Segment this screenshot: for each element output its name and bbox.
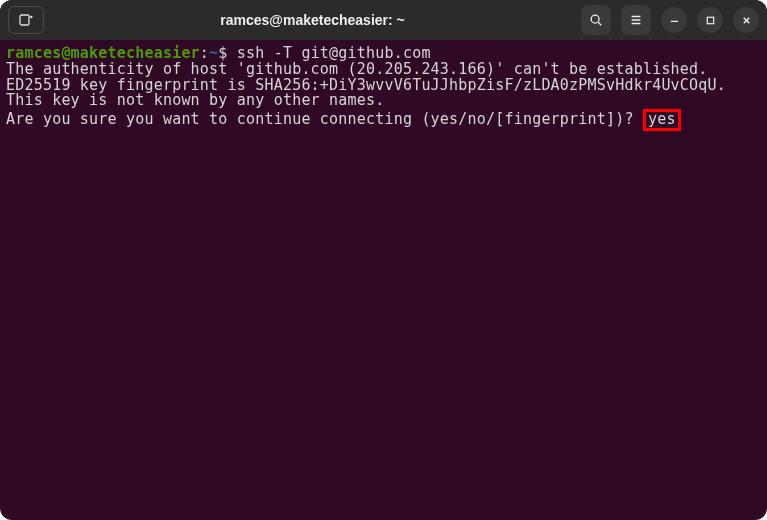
new-tab-button[interactable] [8,6,44,34]
svg-rect-0 [20,15,29,25]
maximize-icon [705,15,716,26]
search-button[interactable] [581,5,611,35]
new-tab-icon [18,12,34,28]
output-line-3: This key is not known by any other names… [6,91,384,109]
svg-rect-7 [707,17,713,23]
minimize-icon [669,15,680,26]
response-text: yes [648,110,676,128]
titlebar-left [8,6,44,34]
minimize-button[interactable] [661,7,687,33]
terminal-window: ramces@maketecheasier: ~ [0,0,767,520]
svg-point-1 [591,15,599,23]
svg-line-2 [598,22,601,25]
close-icon [741,15,752,26]
window-title: ramces@maketecheasier: ~ [44,12,581,28]
output-line-4: Are you sure you want to continue connec… [6,110,643,128]
close-button[interactable] [733,7,759,33]
response-highlight: yes [643,109,681,131]
titlebar-right [581,5,759,35]
search-icon [589,13,603,27]
menu-button[interactable] [621,5,651,35]
titlebar: ramces@maketecheasier: ~ [0,0,767,40]
hamburger-icon [629,13,643,27]
maximize-button[interactable] [697,7,723,33]
terminal-body[interactable]: ramces@maketecheasier:~$ ssh -T git@gith… [0,40,767,520]
